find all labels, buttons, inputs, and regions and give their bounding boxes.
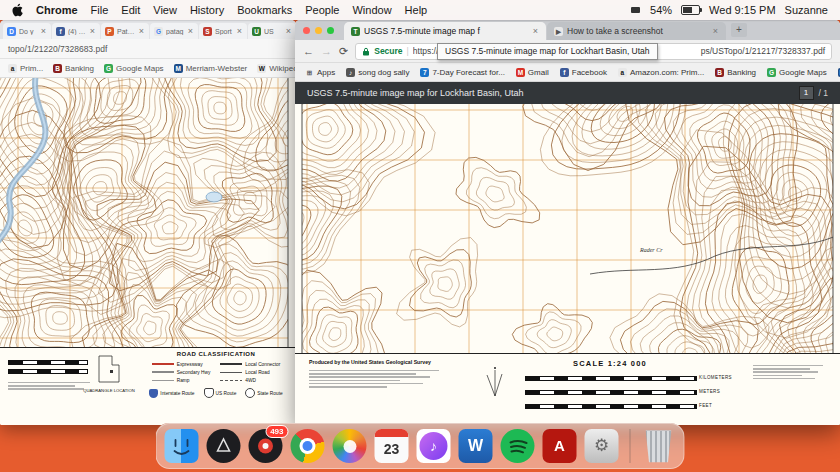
tab-2[interactable]: PPatag× bbox=[101, 23, 149, 39]
dock-finder-icon[interactable] bbox=[165, 429, 199, 463]
scale-bar bbox=[525, 376, 697, 381]
dock-word-icon[interactable]: W bbox=[459, 429, 493, 463]
menu-item-people[interactable]: People bbox=[305, 4, 339, 16]
foreground-browser-window[interactable]: TUSGS 7.5-minute image map f×▶How to tak… bbox=[295, 20, 840, 425]
bookmark-1[interactable]: ♪song dog sally bbox=[346, 68, 409, 77]
bookmark-7[interactable]: GGoogle Maps bbox=[767, 68, 827, 77]
topo-map-canvas[interactable] bbox=[0, 78, 296, 350]
page-number-input[interactable]: 1 bbox=[799, 86, 814, 100]
route-shield-2: State Route bbox=[245, 388, 282, 398]
notification-badge: 493 bbox=[265, 425, 288, 438]
battery-icon[interactable] bbox=[681, 5, 700, 15]
legend-row: Ramp bbox=[152, 376, 211, 384]
topo-map-view[interactable] bbox=[0, 78, 296, 350]
forward-button[interactable]: → bbox=[321, 45, 332, 57]
dock-calendar-icon[interactable]: 23 bbox=[375, 429, 409, 463]
bookmark-5[interactable]: aAmazon.com: Prim... bbox=[618, 68, 704, 77]
favicon-icon: P bbox=[105, 27, 114, 36]
new-tab-button[interactable]: + bbox=[731, 23, 747, 37]
bookmark-4[interactable]: fFacebook bbox=[560, 68, 607, 77]
pdf-page-view[interactable]: Rader Cr Produced by the United States G… bbox=[295, 104, 840, 425]
close-window-button[interactable] bbox=[303, 27, 310, 34]
favicon-icon: D bbox=[7, 27, 16, 36]
tab-4[interactable]: SSport× bbox=[199, 23, 247, 39]
close-tab-icon[interactable]: × bbox=[285, 26, 292, 36]
menu-app-name[interactable]: Chrome bbox=[36, 4, 78, 16]
page-total-label: / 1 bbox=[819, 88, 828, 98]
dock-chrome-icon[interactable] bbox=[291, 429, 325, 463]
scale-bar-label: KILOMETERS bbox=[699, 375, 732, 380]
bookmark-3[interactable]: MMerriam-Webster bbox=[174, 64, 248, 73]
menu-item-help[interactable]: Help bbox=[405, 4, 428, 16]
tab-strip: DDo y×f(4) Fa×PPatag×Gpatag×SSport×UUS× bbox=[0, 20, 296, 39]
close-tab-icon[interactable]: × bbox=[40, 26, 47, 36]
bookmark-2[interactable]: GGoogle Maps bbox=[104, 64, 164, 73]
dock-spotify-icon[interactable] bbox=[501, 429, 535, 463]
close-tab-icon[interactable]: × bbox=[138, 26, 145, 36]
menu-item-edit[interactable]: Edit bbox=[121, 4, 140, 16]
close-tab-icon[interactable]: × bbox=[532, 26, 539, 36]
bookmark-3[interactable]: MGmail bbox=[516, 68, 549, 77]
apple-menu-icon[interactable] bbox=[12, 3, 23, 17]
minimize-window-button[interactable] bbox=[315, 27, 322, 34]
topo-map-canvas[interactable]: Rader Cr bbox=[295, 104, 840, 354]
favicon-icon: ♪ bbox=[346, 68, 355, 77]
tab-3[interactable]: Gpatag× bbox=[150, 23, 198, 39]
favicon-icon: f bbox=[560, 68, 569, 77]
legend-label: Expressway bbox=[177, 362, 203, 367]
bookmark-0[interactable]: ⊞Apps bbox=[305, 68, 335, 77]
fine-print-line bbox=[309, 383, 423, 385]
menu-user[interactable]: Suzanne bbox=[785, 4, 828, 16]
bookmark-2[interactable]: 77-Day Forecast for... bbox=[420, 68, 504, 77]
bookmark-4[interactable]: WWikipedi bbox=[257, 64, 296, 73]
tab-label: US bbox=[264, 28, 282, 35]
dock-dark-app-icon[interactable] bbox=[207, 429, 241, 463]
close-tab-icon[interactable]: × bbox=[89, 26, 96, 36]
menu-item-file[interactable]: File bbox=[91, 4, 109, 16]
dock-photos-icon[interactable] bbox=[333, 429, 367, 463]
tab-5[interactable]: UUS× bbox=[248, 23, 296, 39]
bookmark-6[interactable]: BBanking bbox=[715, 68, 756, 77]
legend-row: Local Road bbox=[220, 368, 280, 376]
bookmark-0[interactable]: aPrim... bbox=[8, 64, 43, 73]
back-button[interactable]: ← bbox=[303, 45, 314, 57]
favicon-icon: a bbox=[618, 68, 627, 77]
tab-1[interactable]: ▶How to take a screenshot× bbox=[547, 22, 726, 40]
bookmark-1[interactable]: BBanking bbox=[53, 64, 94, 73]
tab-1[interactable]: f(4) Fa× bbox=[52, 23, 100, 39]
tab-0[interactable]: TUSGS 7.5-minute image map f× bbox=[344, 22, 546, 40]
background-browser-window[interactable]: DDo y×f(4) Fa×PPatag×Gpatag×SSport×UUS× … bbox=[0, 20, 296, 425]
route-shield-label: State Route bbox=[257, 391, 282, 396]
favicon-icon: M bbox=[516, 68, 525, 77]
scale-title: SCALE 1:24 000 bbox=[525, 359, 695, 368]
display-status-icon[interactable] bbox=[630, 5, 641, 15]
close-tab-icon[interactable]: × bbox=[236, 26, 243, 36]
tab-label: patag bbox=[166, 28, 184, 35]
menu-item-window[interactable]: Window bbox=[352, 4, 391, 16]
dock: 49323♪WA⚙ bbox=[156, 423, 685, 469]
dock-trash-icon[interactable] bbox=[642, 429, 676, 463]
menu-clock[interactable]: Wed 9:15 PM bbox=[709, 4, 775, 16]
omnibox-separator: | bbox=[407, 46, 409, 56]
address-bar[interactable]: topo/1/21220/7328683.pdf bbox=[0, 39, 296, 59]
close-tab-icon[interactable]: × bbox=[712, 26, 719, 36]
battery-percent: 54% bbox=[650, 4, 672, 16]
dock-music-icon[interactable]: ♪ bbox=[417, 429, 451, 463]
menu-item-bookmarks[interactable]: Bookmarks bbox=[237, 4, 292, 16]
window-controls bbox=[303, 20, 334, 40]
dock-acrobat-icon[interactable]: A bbox=[543, 429, 577, 463]
legend-row: Local Connector bbox=[220, 360, 280, 368]
reload-button[interactable]: ⟳ bbox=[339, 45, 348, 58]
bookmark-label: song dog sally bbox=[358, 68, 409, 77]
declination-diagram bbox=[480, 362, 510, 400]
menu-item-view[interactable]: View bbox=[153, 4, 177, 16]
utah-state-outline bbox=[96, 354, 122, 384]
dock-settings-icon[interactable]: ⚙ bbox=[585, 429, 619, 463]
zoom-window-button[interactable] bbox=[327, 27, 334, 34]
tab-0[interactable]: DDo y× bbox=[3, 23, 51, 39]
fine-print-line bbox=[8, 385, 75, 387]
bookmark-label: Banking bbox=[727, 68, 756, 77]
menu-item-history[interactable]: History bbox=[190, 4, 224, 16]
close-tab-icon[interactable]: × bbox=[187, 26, 194, 36]
dock-mail-icon[interactable]: 493 bbox=[249, 429, 283, 463]
